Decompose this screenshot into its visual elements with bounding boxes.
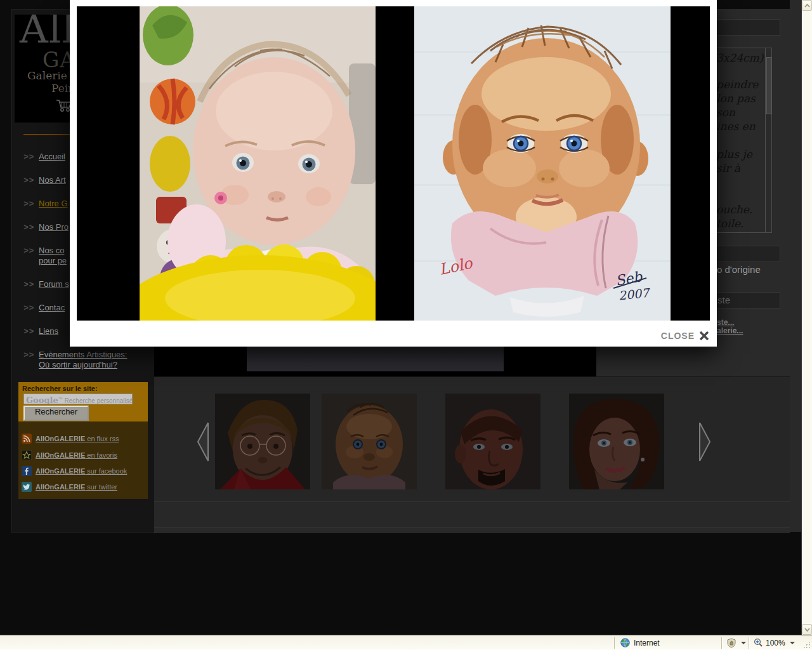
social-link-twitter[interactable]: AllOnGALERIE sur twitter xyxy=(22,481,117,493)
description-fragment: ouche. xyxy=(716,203,752,216)
search-label: Rechercher sur le site: xyxy=(22,385,98,392)
close-label: CLOSE xyxy=(661,331,695,341)
scroll-up-icon[interactable] xyxy=(802,0,812,11)
thumbnail-carousel xyxy=(154,376,790,502)
close-icon xyxy=(699,331,709,341)
description-fragment: plus je xyxy=(716,148,752,161)
magnifier-icon xyxy=(754,638,763,647)
twitter-icon xyxy=(22,482,32,492)
carousel-thumbnail-man-goatee[interactable] xyxy=(445,394,540,489)
security-zone-indicator: Internet xyxy=(620,635,660,650)
lightbox-modal: Lolo Seb 2007 CLOSE xyxy=(70,0,717,347)
status-bar: Internet 100% xyxy=(0,635,812,650)
zoom-control[interactable]: 100% xyxy=(754,635,795,650)
artist-gallery-link[interactable]: alerie... xyxy=(717,326,743,335)
globe-icon xyxy=(620,638,630,647)
statusbar-separator xyxy=(749,637,750,649)
shield-icon xyxy=(726,638,737,648)
description-fragment: 3x24cm) xyxy=(716,51,763,64)
artist-page-link[interactable]: ste... xyxy=(717,318,734,327)
protected-mode-control[interactable] xyxy=(726,635,746,650)
modal-image-area: Lolo Seb 2007 xyxy=(77,6,710,321)
zone-label: Internet xyxy=(634,639,660,647)
statusbar-separator xyxy=(614,637,615,649)
sidebar-item-evenements[interactable]: >>Evènements Artistiques: Où sortir aujo… xyxy=(23,350,150,370)
facebook-icon xyxy=(22,466,32,476)
carousel-thumbnail-woman-glasses[interactable] xyxy=(215,394,310,489)
site-search-box: Rechercher sur le site: Google™ Recherch… xyxy=(18,382,148,421)
description-fragment: ines en xyxy=(716,120,756,133)
dropdown-arrow xyxy=(741,642,746,644)
chevron-left-icon[interactable] xyxy=(196,421,210,463)
description-scrollbar[interactable] xyxy=(765,48,771,232)
search-button[interactable]: Rechercher xyxy=(23,406,89,421)
star-icon xyxy=(22,450,32,460)
rss-icon xyxy=(22,434,32,444)
nav-bullet: >> xyxy=(23,152,39,162)
baby-photo xyxy=(140,6,376,321)
close-button[interactable]: CLOSE xyxy=(661,331,709,341)
scrollbar-thumb[interactable] xyxy=(766,57,771,114)
social-links-box: AllOnGALERIE en flux rss AllOnGALERIE en… xyxy=(18,421,148,499)
description-fragment: sir à xyxy=(716,162,740,175)
page-right-margin xyxy=(790,0,802,532)
chevron-right-icon[interactable] xyxy=(698,421,712,463)
page-scrollbar[interactable] xyxy=(801,0,812,635)
carousel-thumbnail-woman-redhair[interactable] xyxy=(569,394,664,489)
description-fragment: toile. xyxy=(716,217,743,230)
description-fragment: son xyxy=(716,106,735,119)
social-link-rss[interactable]: AllOnGALERIE en flux rss xyxy=(22,433,119,444)
description-fragment: peindre xyxy=(716,78,758,91)
dropdown-arrow xyxy=(790,642,795,644)
resize-grip[interactable] xyxy=(803,641,811,649)
scroll-down-icon[interactable] xyxy=(802,624,812,635)
baby-painting: Lolo Seb 2007 xyxy=(414,6,671,321)
search-input[interactable]: Google™ Recherche personnalisée xyxy=(23,394,133,404)
google-logo: Google xyxy=(26,395,58,404)
social-link-facebook[interactable]: AllOnGALERIE sur facebook xyxy=(22,465,127,477)
footer-strip xyxy=(154,501,790,528)
description-fragment: lon pas xyxy=(716,92,756,105)
view-original-photo-link[interactable]: o d'origine xyxy=(717,264,761,275)
carousel-thumbnail-baby-painting[interactable] xyxy=(322,394,417,489)
search-placeholder: Recherche personnalisée xyxy=(65,397,133,404)
statusbar-separator xyxy=(721,637,723,649)
zoom-level: 100% xyxy=(766,639,785,647)
artist-header-fragment: ste xyxy=(717,295,730,305)
social-link-favoris[interactable]: AllOnGALERIE en favoris xyxy=(22,449,117,461)
browser-viewport: AllOn GALERIE Galerie d'Art Peint >>Accu… xyxy=(0,0,812,650)
